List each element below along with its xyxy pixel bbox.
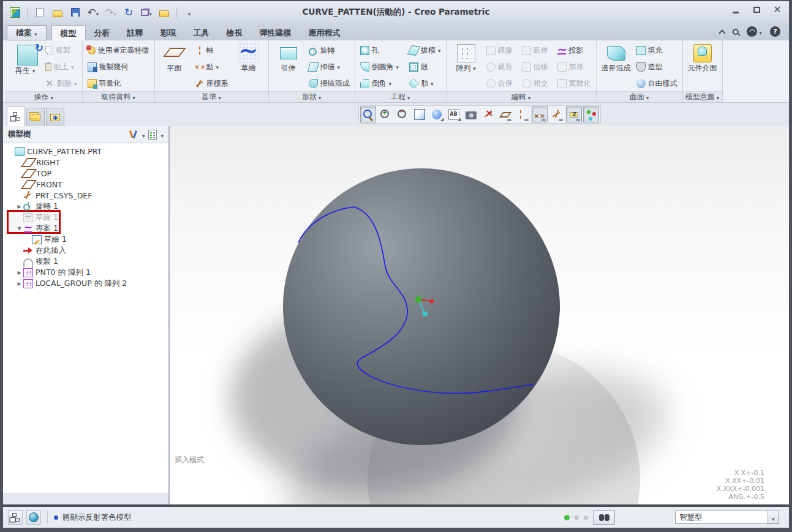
boundary-blend-button[interactable]: 邊界混成 bbox=[600, 42, 633, 72]
view-capture-button[interactable] bbox=[463, 107, 479, 122]
draft-button[interactable]: 拔模 bbox=[407, 43, 443, 58]
web-browser-button[interactable] bbox=[26, 510, 41, 525]
resource-center-button[interactable]: ◠ bbox=[747, 26, 762, 37]
tree-item-csys[interactable]: PRT_CSYS_DEF bbox=[3, 190, 168, 201]
windows-button[interactable] bbox=[140, 6, 153, 19]
tree-settings-dropdown-arrow[interactable] bbox=[160, 129, 164, 140]
group-label-model-intent[interactable]: 模型意圖 bbox=[683, 91, 722, 102]
saved-views-button[interactable]: ◢ bbox=[446, 107, 462, 122]
tab-applications[interactable]: 應用程式 bbox=[300, 25, 349, 40]
copy-button[interactable]: 複製 bbox=[43, 43, 79, 58]
tab-analysis[interactable]: 分析 bbox=[86, 25, 119, 40]
close-button[interactable]: ✕ bbox=[772, 5, 783, 15]
resource-dropdown-arrow[interactable] bbox=[759, 26, 762, 37]
help-button[interactable]: ? bbox=[770, 26, 780, 37]
merge-button[interactable]: 合併 bbox=[485, 76, 515, 91]
zoom-fit-button[interactable] bbox=[360, 107, 376, 122]
mirror-button[interactable]: 鏡像 bbox=[485, 43, 515, 58]
solidify-button[interactable]: 實體化 bbox=[556, 76, 593, 91]
datum-csys-button[interactable]: 座標系 bbox=[193, 76, 230, 91]
group-label-shapes[interactable]: 形狀 bbox=[269, 91, 355, 102]
trim-button[interactable]: 裁剪 bbox=[485, 59, 515, 74]
tree-item-front[interactable]: FRONT bbox=[3, 179, 168, 190]
tree-item-project-1[interactable]: ▼ 專案 1 bbox=[3, 223, 168, 234]
group-label-datum[interactable]: 基準 bbox=[155, 91, 268, 102]
paste-button[interactable]: 貼上 bbox=[43, 59, 79, 74]
round-button[interactable]: 倒圓角 bbox=[358, 59, 401, 74]
group-label-engineering[interactable]: 工程 bbox=[355, 91, 446, 102]
copy-geometry-button[interactable]: 複製幾何 bbox=[86, 59, 151, 74]
tree-settings-icon[interactable] bbox=[148, 130, 157, 140]
favorites-tab[interactable]: ∗ bbox=[46, 108, 64, 126]
intersect-button[interactable]: 相交 bbox=[520, 76, 550, 91]
shell-button[interactable]: 殼 bbox=[407, 59, 443, 74]
zoom-out-button[interactable] bbox=[394, 107, 410, 122]
datum-plane-button[interactable]: 平面 bbox=[158, 42, 191, 72]
tree-item-sketch-1-child[interactable]: 草繪 1 bbox=[3, 234, 168, 245]
csys-display-button[interactable] bbox=[549, 107, 565, 122]
group-label-surfaces[interactable]: 曲面 bbox=[597, 91, 682, 102]
tab-tools[interactable]: 工具 bbox=[185, 25, 218, 40]
tab-file[interactable]: 檔案 bbox=[7, 25, 47, 40]
collapse-ribbon-icon[interactable] bbox=[719, 29, 726, 36]
zoom-in-button[interactable] bbox=[377, 107, 393, 122]
undo-button[interactable]: ↶ bbox=[86, 6, 100, 19]
tab-render[interactable]: 彩現 bbox=[152, 25, 185, 40]
pattern-button[interactable]: 陣列 bbox=[450, 42, 483, 73]
redo-dropdown-arrow[interactable] bbox=[114, 7, 117, 18]
annotation-display-button[interactable] bbox=[566, 107, 582, 122]
thicken-button[interactable]: 加厚 bbox=[556, 59, 593, 74]
sweep-dropdown-arrow[interactable] bbox=[338, 62, 341, 71]
save-button[interactable] bbox=[69, 6, 82, 19]
tab-model[interactable]: 模型 bbox=[51, 25, 86, 40]
regenerate-quick-button[interactable]: ↻ bbox=[122, 6, 135, 19]
tree-expander[interactable]: ▶ bbox=[15, 204, 23, 209]
toggle-model-tree-button[interactable] bbox=[8, 510, 23, 525]
extend-button[interactable]: 延伸 bbox=[520, 43, 550, 58]
udf-button[interactable]: 使用者定義特徵 bbox=[86, 43, 151, 58]
tree-expander[interactable]: ▶ bbox=[15, 281, 23, 287]
tab-annotate[interactable]: 註釋 bbox=[119, 25, 152, 40]
group-label-get-data[interactable]: 取得資料 bbox=[83, 91, 154, 102]
tree-tools-dropdown-arrow[interactable] bbox=[142, 129, 145, 140]
tree-item-top[interactable]: TOP bbox=[3, 168, 168, 179]
extrude-button[interactable]: 引伸 bbox=[272, 42, 305, 72]
group-label-operations[interactable]: 操作 bbox=[6, 91, 82, 102]
model-tree-tab[interactable] bbox=[7, 106, 25, 126]
open-file-button[interactable] bbox=[51, 6, 64, 19]
draft-dropdown-arrow[interactable] bbox=[438, 46, 441, 54]
point-dropdown-arrow[interactable] bbox=[216, 62, 219, 71]
pattern-dropdown-arrow[interactable] bbox=[473, 64, 476, 73]
graphics-area[interactable]: 插入模式 X.X+-0.1 X.XX+-0.01 X.XXX+-0.001 AN… bbox=[170, 126, 789, 504]
find-button[interactable] bbox=[593, 510, 615, 525]
undo-dropdown-arrow[interactable] bbox=[96, 7, 99, 18]
hole-button[interactable]: 孔 bbox=[358, 43, 401, 58]
plane-display-button[interactable] bbox=[497, 107, 513, 122]
offset-button[interactable]: 位移 bbox=[520, 59, 550, 74]
tab-flexible-modeling[interactable]: 彈性建模 bbox=[251, 25, 300, 40]
revolve-button[interactable]: 旋轉 bbox=[307, 43, 352, 58]
sweep-button[interactable]: 掃描 bbox=[307, 59, 352, 74]
regenerate-dropdown-arrow[interactable] bbox=[32, 67, 36, 75]
model-sphere[interactable] bbox=[283, 168, 560, 445]
windows-dropdown-arrow[interactable] bbox=[149, 7, 152, 18]
chamfer-button[interactable]: 倒角 bbox=[358, 76, 401, 91]
customize-quick-access-button[interactable] bbox=[183, 6, 196, 19]
group-label-editing[interactable]: 編輯 bbox=[447, 91, 596, 102]
tree-item-part[interactable]: CURVE_PATTEN.PRT bbox=[3, 146, 168, 157]
fill-button[interactable]: 填充 bbox=[635, 43, 679, 58]
selection-filter[interactable]: 智慧型 bbox=[675, 511, 779, 524]
redo-button[interactable]: ↷ bbox=[104, 6, 118, 19]
folder-browser-tab[interactable] bbox=[26, 108, 45, 126]
chamfer-dropdown-arrow[interactable] bbox=[389, 79, 392, 88]
sketch-button[interactable]: 草繪 bbox=[232, 42, 265, 72]
style-button[interactable]: 造型 bbox=[635, 59, 679, 74]
shrinkwrap-button[interactable]: 羽量化 bbox=[86, 76, 151, 91]
tree-item-pattern-2[interactable]: ▶ LOCAL_GROUP 的 陣列 2 bbox=[3, 278, 168, 289]
freestyle-button[interactable]: 自由樣式 bbox=[635, 76, 679, 91]
minimize-button[interactable] bbox=[730, 5, 741, 15]
rib-button[interactable]: 肋 bbox=[407, 76, 443, 91]
project-button[interactable]: 投影 bbox=[556, 43, 593, 58]
selection-filter-dropdown[interactable] bbox=[767, 511, 779, 523]
spin-center-button[interactable] bbox=[583, 107, 599, 122]
